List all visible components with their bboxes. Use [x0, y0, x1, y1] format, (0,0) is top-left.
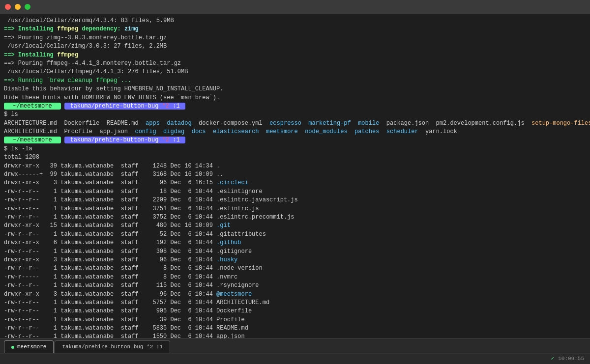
- terminal-line: drwxr-xr-x 39 takuma.watanabe staff 1248…: [4, 162, 586, 170]
- terminal-line: -rw-r--r-- 1 takuma.watanabe staff 52 De…: [4, 230, 586, 239]
- tab-label: meetsmore: [17, 343, 46, 351]
- prompt-branch: takuma/prehire-button-bug *2 ↕1: [64, 137, 185, 143]
- terminal-line: -rw-r--r-- 1 takuma.watanabe staff 2209 …: [4, 196, 586, 204]
- terminal-line: ==> Installing ffmpeg: [4, 51, 586, 59]
- terminal-line: Hide these hints with HOMEBREW_NO_ENV_HI…: [4, 94, 586, 102]
- terminal-line: ARCHITECTURE.md Procfile app.json config…: [4, 128, 586, 136]
- terminal-line: -rw-r----- 1 takuma.watanabe staff 8 Dec…: [4, 273, 586, 281]
- titlebar: [0, 0, 590, 14]
- tab-branch[interactable]: takuma/prehire-button-bug *2 ↕1: [55, 340, 170, 353]
- terminal-line: $ ls: [4, 111, 586, 119]
- terminal-line: ==> Pouring ffmpeg--4.4.1_3.monterey.bot…: [4, 59, 586, 68]
- close-button[interactable]: [5, 4, 11, 10]
- terminal-line: -rw-r--r-- 1 takuma.watanabe staff 5757 …: [4, 299, 586, 307]
- terminal-window: /usr/local/Cellar/zeromq/4.3.4: 83 files…: [0, 0, 590, 364]
- maximize-button[interactable]: [25, 4, 30, 10]
- terminal-line: -rw-r--r-- 1 takuma.watanabe staff 5835 …: [4, 324, 586, 333]
- terminal-line: -rw-r--r-- 1 takuma.watanabe staff 905 D…: [4, 307, 586, 315]
- terminal-line: -rw-r--r-- 1 takuma.watanabe staff 18 De…: [4, 188, 586, 196]
- status-bar: ✓ 10:09:55: [0, 353, 590, 364]
- terminal-line: /usr/local/Cellar/ffmpeg/4.4.1_3: 276 fi…: [4, 68, 586, 76]
- terminal-line: -rw-r--r-- 1 takuma.watanabe staff 3752 …: [4, 213, 586, 222]
- terminal-line: ~/meetsmore takuma/prehire-button-bug *2…: [4, 136, 586, 144]
- terminal-line: -rw-r--r-- 1 takuma.watanabe staff 3751 …: [4, 205, 586, 213]
- terminal-line: -rw-r--r-- 1 takuma.watanabe staff 308 D…: [4, 248, 586, 256]
- terminal-line: /usr/local/Cellar/zeromq/4.3.4: 83 files…: [4, 17, 586, 25]
- terminal-line: drwxr-xr-x 3 takuma.watanabe staff 96 De…: [4, 290, 586, 299]
- prompt-dir: ~/meetsmore: [4, 103, 61, 110]
- terminal-line: /usr/local/Cellar/zimg/3.0.3: 27 files, …: [4, 42, 586, 51]
- tab-indicator: [11, 346, 14, 349]
- prompt-dir: ~/meetsmore: [4, 137, 61, 143]
- terminal-line: -rw-r--r-- 1 takuma.watanabe staff 115 D…: [4, 281, 586, 290]
- terminal-line: total 1208: [4, 153, 586, 162]
- terminal-line: ==> Installing ffmpeg dependency: zimg: [4, 25, 586, 33]
- terminal-line: drwxr-xr-x 6 takuma.watanabe staff 192 D…: [4, 239, 586, 247]
- terminal-line: ==> Pouring zimg--3.0.3.monterey.bottle.…: [4, 34, 586, 42]
- minimize-button[interactable]: [15, 4, 21, 10]
- tab-label-2: takuma/prehire-button-bug *2 ↕1: [62, 343, 163, 351]
- tab-meetsmore[interactable]: meetsmore: [4, 340, 54, 353]
- status-time: 10:09:55: [558, 355, 584, 363]
- terminal-line: Disable this behaviour by setting HOMEBR…: [4, 85, 586, 93]
- terminal-line: -rw-r--r-- 1 takuma.watanabe staff 1550 …: [4, 333, 586, 338]
- terminal-line: -rw-r--r-- 1 takuma.watanabe staff 8 Dec…: [4, 264, 586, 273]
- prompt-branch: takuma/prehire-button-bug *2 ↕1: [64, 103, 185, 110]
- terminal-line: -rw-r--r-- 1 takuma.watanabe staff 39 De…: [4, 316, 586, 324]
- tab-bar: meetsmore takuma/prehire-button-bug *2 ↕…: [0, 338, 590, 353]
- terminal-line: drwxr-xr-x 15 takuma.watanabe staff 480 …: [4, 222, 586, 230]
- terminal-line: drwxr-xr-x 3 takuma.watanabe staff 96 De…: [4, 179, 586, 187]
- terminal-line: ==> Running `brew cleanup ffmpeg`...: [4, 77, 586, 85]
- terminal-output: /usr/local/Cellar/zeromq/4.3.4: 83 files…: [0, 14, 590, 338]
- terminal-line: ~/meetsmore takuma/prehire-button-bug *2…: [4, 102, 586, 111]
- terminal-line: $ ls -la: [4, 145, 586, 153]
- status-check-icon: ✓: [551, 355, 555, 363]
- terminal-line: ARCHITECTURE.md Dockerfile README.md app…: [4, 119, 586, 128]
- terminal-line: drwx------+ 99 takuma.watanabe staff 316…: [4, 170, 586, 179]
- terminal-line: drwxr-xr-x 3 takuma.watanabe staff 96 De…: [4, 256, 586, 264]
